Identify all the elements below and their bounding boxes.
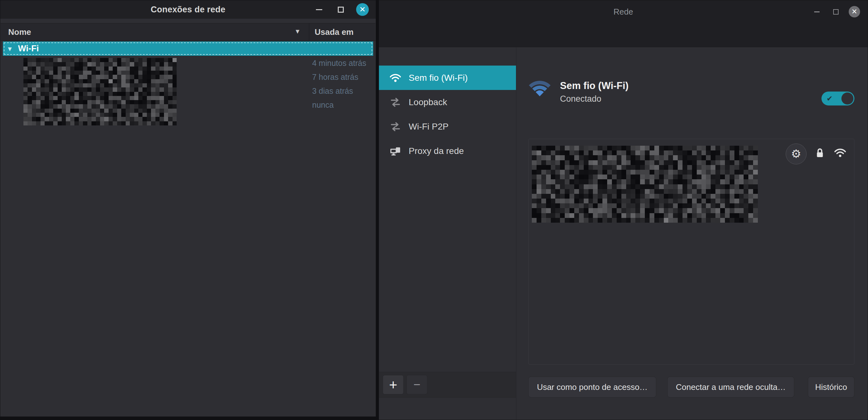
redacted-network-names[interactable] [24,58,177,125]
minimize-icon [814,11,819,12]
timestamp: 7 horas atrás [312,70,366,84]
timestamp: nunca [312,98,366,112]
swap-arrows-icon [389,120,402,134]
titlebar[interactable]: Rede ✕ [379,0,868,47]
timestamp: 3 dias atrás [312,84,366,98]
sidebar-toolbar: + − [379,372,516,397]
group-row-wifi[interactable]: ▾ Wi-Fi [3,41,373,56]
maximize-button[interactable] [830,6,842,18]
check-icon: ✔ [827,92,833,106]
minimize-button[interactable] [313,3,325,16]
network-settings-window: Rede ✕ Sem fio (Wi-Fi) [379,0,868,420]
wifi-signal-icon [528,80,551,104]
wifi-icon [389,71,402,85]
sidebar-item-label: Proxy da rede [409,146,464,156]
titlebar[interactable]: Conexões de rede ✕ [0,0,376,19]
network-settings-button[interactable]: ⚙ [786,144,807,164]
computer-icon [389,144,402,158]
last-used-column: 4 minutos atrás 7 horas atrás 3 dias atr… [312,56,366,112]
sidebar-item-proxy[interactable]: Proxy da rede [379,139,516,163]
connect-hidden-network-button[interactable]: Conectar a uma rede oculta… [667,377,794,397]
sidebar-item-wifi-p2p[interactable]: Wi-Fi P2P [379,114,516,139]
sidebar-item-label: Loopback [409,97,447,108]
wifi-panel: Sem fio (Wi-Fi) Conectado ✔ ⚙ [516,47,868,420]
sidebar-item-wifi[interactable]: Sem fio (Wi-Fi) [379,66,516,90]
sort-descending-icon[interactable]: ▼ [294,28,301,35]
network-connections-window: Conexões de rede ✕ Nome ▼ Usada em ▾ Wi-… [0,0,376,417]
redacted-network-name[interactable] [532,146,758,223]
lock-icon [814,147,826,161]
gear-icon: ⚙ [791,147,801,160]
minimize-icon [316,9,322,10]
close-icon: ✕ [359,5,366,14]
device-title: Sem fio (Wi-Fi) [560,80,629,92]
toggle-knob [841,92,854,104]
use-as-hotspot-button[interactable]: Usar como ponto de acesso… [528,377,656,397]
sidebar-item-label: Sem fio (Wi-Fi) [409,73,468,83]
list-header: Nome ▼ Usada em [1,23,375,41]
remove-connection-button[interactable]: − [406,375,427,394]
signal-strength-icon [833,147,847,160]
window-title: Rede [379,0,868,23]
timestamp: 4 minutos atrás [312,56,366,70]
sidebar-item-loopback[interactable]: Loopback [379,90,516,114]
column-header-used[interactable]: Usada em [315,27,353,37]
close-button[interactable]: ✕ [849,6,860,18]
network-list-card: ⚙ [528,139,855,365]
swap-arrows-icon [389,95,402,109]
maximize-icon [833,9,839,14]
connection-status: Conectado [560,94,629,104]
sidebar-item-label: Wi-Fi P2P [409,122,448,132]
plus-icon: + [389,377,397,393]
close-button[interactable]: ✕ [356,3,369,16]
history-button[interactable]: Histórico [808,377,855,397]
focus-outline [4,42,372,55]
wifi-toggle[interactable]: ✔ [822,92,855,106]
window-title: Conexões de rede [151,5,225,14]
device-sidebar: Sem fio (Wi-Fi) Loopback [379,47,516,420]
maximize-icon [338,7,344,13]
column-header-name[interactable]: Nome [8,27,31,37]
close-icon: ✕ [851,8,857,16]
minimize-button[interactable] [811,6,823,18]
maximize-button[interactable] [335,3,347,16]
column-divider [309,24,309,40]
minus-icon: − [413,378,421,391]
add-connection-button[interactable]: + [383,375,404,394]
